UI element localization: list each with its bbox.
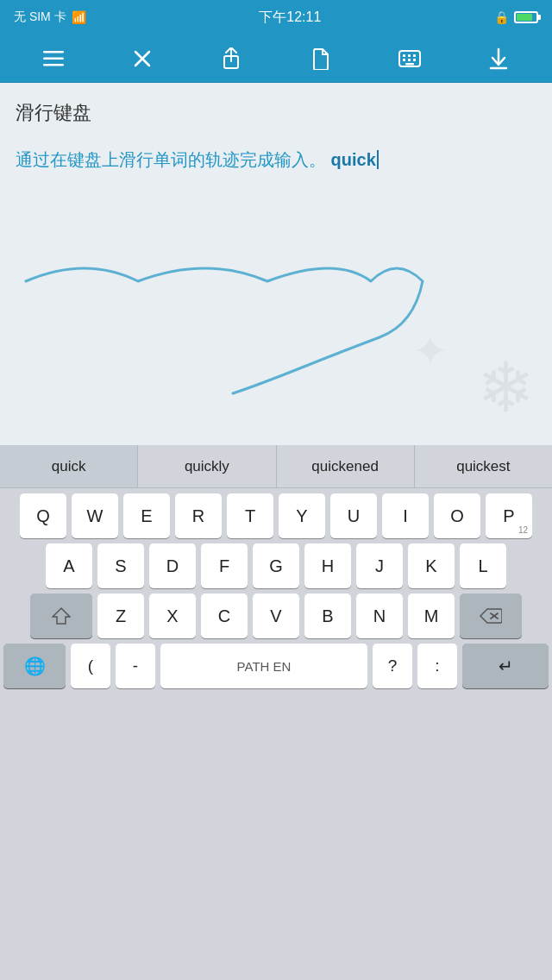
key-dash[interactable]: - [116, 644, 155, 688]
backspace-key[interactable] [460, 594, 522, 638]
keyboard-row-1: Q W E R T Y U I O P12 [0, 488, 552, 538]
svg-rect-8 [408, 54, 411, 57]
key-D[interactable]: D [149, 543, 196, 588]
key-S[interactable]: S [97, 543, 144, 588]
key-H[interactable]: H [304, 543, 351, 588]
autocomplete-item-1[interactable]: quickly [138, 445, 276, 487]
space-key[interactable]: PATH EN [160, 644, 367, 688]
toolbar [0, 35, 552, 83]
svg-rect-10 [403, 59, 405, 61]
key-C[interactable]: C [201, 594, 248, 638]
keyboard: Q W E R T Y U I O P12 A S D F G H J K L … [0, 488, 552, 694]
status-time: 下午12:11 [259, 9, 321, 27]
editor-title: 滑行键盘 [16, 100, 536, 126]
svg-rect-12 [413, 59, 416, 61]
editor-area[interactable]: ❄ ✦ 滑行键盘 通过在键盘上滑行单词的轨迹完成输入。 quick [0, 83, 552, 445]
battery-fill [517, 14, 532, 21]
key-I[interactable]: I [382, 493, 429, 538]
shift-key[interactable] [30, 594, 92, 638]
key-A[interactable]: A [46, 543, 92, 588]
svg-rect-13 [405, 63, 414, 66]
key-G[interactable]: G [253, 543, 299, 588]
battery-indicator [514, 11, 538, 23]
key-L[interactable]: L [460, 543, 506, 588]
key-F[interactable]: F [201, 543, 248, 588]
autocomplete-item-2[interactable]: quickened [277, 445, 415, 487]
swipe-path [0, 83, 552, 445]
key-X[interactable]: X [149, 594, 196, 638]
share-button[interactable] [212, 40, 250, 78]
close-button[interactable] [123, 40, 161, 78]
key-V[interactable]: V [253, 594, 299, 638]
key-J[interactable]: J [356, 543, 403, 588]
svg-rect-0 [43, 51, 64, 53]
bg-decoration2: ✦ [412, 326, 448, 376]
key-M[interactable]: M [408, 594, 455, 638]
key-paren[interactable]: ( [71, 644, 110, 688]
svg-rect-2 [43, 64, 64, 66]
keyboard-row-2: A S D F G H J K L [0, 538, 552, 588]
key-W[interactable]: W [72, 493, 118, 538]
keyboard-row-4: 🌐 ( - PATH EN ? : ↵ [0, 638, 552, 694]
key-Q[interactable]: Q [20, 493, 66, 538]
status-bar: 无 SIM 卡 📶 下午12:11 🔒 [0, 0, 552, 35]
key-P-sub: 12 [518, 525, 528, 535]
bg-decoration: ❄ [477, 348, 535, 428]
svg-rect-1 [43, 57, 64, 60]
svg-rect-11 [408, 59, 411, 61]
return-key[interactable]: ↵ [462, 644, 549, 688]
status-left: 无 SIM 卡 📶 [14, 9, 86, 25]
wifi-icon: 📶 [72, 10, 86, 24]
editor-body-text: 通过在键盘上滑行单词的轨迹完成输入。 [16, 150, 326, 169]
keyboard-row-3: Z X C V B N M [0, 588, 552, 638]
key-colon[interactable]: : [417, 644, 457, 688]
svg-marker-16 [53, 608, 70, 624]
doc-button[interactable] [302, 40, 340, 78]
key-N[interactable]: N [356, 594, 403, 638]
keyboard-button[interactable] [391, 40, 429, 78]
key-O[interactable]: O [434, 493, 480, 538]
status-right: 🔒 [494, 10, 538, 24]
key-U[interactable]: U [330, 493, 377, 538]
text-cursor [377, 150, 379, 169]
editor-typed-word: quick [331, 150, 376, 169]
svg-rect-7 [403, 54, 405, 57]
key-Z[interactable]: Z [97, 594, 144, 638]
key-Y[interactable]: Y [279, 493, 325, 538]
key-B[interactable]: B [304, 594, 351, 638]
key-E[interactable]: E [123, 493, 170, 538]
key-P[interactable]: P12 [486, 493, 532, 538]
lock-icon: 🔒 [494, 10, 509, 24]
key-question[interactable]: ? [373, 644, 412, 688]
menu-button[interactable] [34, 40, 72, 78]
globe-key[interactable]: 🌐 [3, 644, 66, 688]
carrier-text: 无 SIM 卡 [14, 9, 66, 25]
key-K[interactable]: K [408, 543, 455, 588]
editor-content: 通过在键盘上滑行单词的轨迹完成输入。 quick [16, 147, 536, 173]
autocomplete-item-0[interactable]: quick [0, 445, 138, 487]
download-button[interactable] [480, 40, 518, 78]
svg-rect-9 [413, 54, 416, 57]
key-T[interactable]: T [227, 493, 273, 538]
autocomplete-bar: quick quickly quickened quickest [0, 445, 552, 488]
autocomplete-item-3[interactable]: quickest [415, 445, 552, 487]
key-R[interactable]: R [175, 493, 222, 538]
